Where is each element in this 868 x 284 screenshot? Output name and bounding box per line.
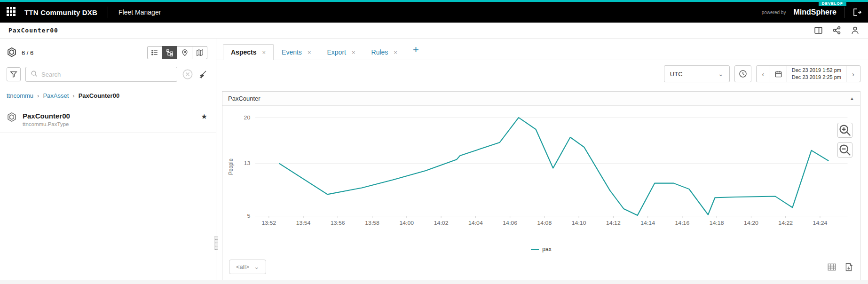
timezone-value: UTC [670, 71, 683, 78]
aspect-panel: PaxCounter ▲ 5132013:5213:5413:5613:5814… [222, 91, 860, 280]
svg-text:14:02: 14:02 [434, 220, 449, 226]
panel-header: PaxCounter ▲ [222, 92, 860, 106]
zoom-in-icon[interactable] [837, 123, 852, 138]
svg-text:14:18: 14:18 [710, 220, 724, 226]
layout-columns-icon[interactable] [814, 26, 823, 35]
filter-icon[interactable] [7, 67, 21, 81]
tab-close-icon[interactable]: × [308, 49, 311, 56]
svg-text:13:56: 13:56 [331, 220, 345, 226]
tab-label: Aspects [231, 48, 256, 56]
module-name[interactable]: Fleet Manager [118, 8, 161, 16]
svg-text:14:16: 14:16 [675, 220, 690, 226]
time-settings-icon[interactable] [734, 65, 751, 82]
search-input[interactable] [41, 71, 172, 78]
svg-text:14:24: 14:24 [813, 220, 828, 226]
topbar-right: DEVELOP powered by MindSphere [762, 7, 861, 18]
svg-text:14:14: 14:14 [640, 220, 655, 226]
collapse-panel-icon[interactable]: ▲ [850, 96, 854, 101]
breadcrumb-link-root[interactable]: ttncommu [7, 92, 33, 99]
topbar-divider [844, 7, 844, 18]
chart: 5132013:5213:5413:5613:5814:0014:0214:04… [222, 106, 860, 243]
tab-rules[interactable]: Rules × [363, 44, 405, 60]
zoom-controls [837, 123, 852, 158]
search-icon [31, 70, 38, 79]
panel-title: PaxCounter [228, 95, 260, 102]
tab-close-icon[interactable]: × [262, 49, 266, 56]
logout-icon[interactable] [852, 8, 861, 17]
topbar: TTN Community DXB Fleet Manager DEVELOP … [0, 0, 868, 23]
panel-footer: <all> ⌄ [222, 256, 860, 280]
tab-events[interactable]: Events × [274, 44, 319, 60]
chevron-down-icon: ⌄ [254, 263, 259, 270]
sidebar-controls: 6 / 6 [0, 39, 216, 64]
svg-text:13: 13 [244, 160, 251, 166]
page-title: PaxCounter00 [8, 27, 58, 34]
timezone-select[interactable]: UTC ⌄ [664, 65, 730, 82]
tab-label: Rules [371, 48, 388, 56]
tab-aspects[interactable]: Aspects × [223, 44, 274, 60]
asset-sidebar: 6 / 6 [0, 39, 216, 280]
tab-close-icon[interactable]: × [394, 49, 397, 56]
svg-text:14:08: 14:08 [537, 220, 552, 226]
asset-list-item[interactable]: PaxCounter00 ttncommu.PaxType ★ [0, 106, 216, 133]
main-area: Aspects × Events × Export × Rules × + [216, 39, 868, 280]
svg-text:14:00: 14:00 [399, 220, 414, 226]
list-view-button[interactable] [147, 46, 162, 59]
clean-filter-icon[interactable] [198, 70, 207, 79]
topbar-divider [108, 7, 108, 18]
app-title: TTN Community DXB [24, 8, 97, 16]
breadcrumb: ttncommu › PaxAsset › PaxCounter00 [0, 84, 216, 106]
breadcrumb-separator-icon: › [72, 92, 74, 99]
time-toolbar: UTC ⌄ ‹ Dec 23 2019 1:5 [216, 60, 868, 85]
clear-search-icon[interactable] [182, 69, 193, 80]
asset-texts: PaxCounter00 ttncommu.PaxType [23, 112, 196, 127]
page-header: PaxCounter00 [0, 23, 868, 39]
svg-text:14:22: 14:22 [778, 220, 793, 226]
environment-badge: DEVELOP [819, 1, 846, 6]
svg-text:14:10: 14:10 [572, 220, 586, 226]
content-body: 6 / 6 [0, 39, 868, 280]
line-chart: 5132013:5213:5413:5613:5814:0014:0214:04… [225, 110, 856, 243]
asset-count: 6 / 6 [7, 47, 33, 59]
svg-text:14:20: 14:20 [744, 220, 758, 226]
table-view-icon[interactable] [827, 262, 836, 272]
svg-text:13:54: 13:54 [296, 220, 311, 226]
calendar-icon[interactable] [770, 65, 787, 83]
tab-label: Export [327, 48, 346, 56]
legend-label: pax [542, 246, 551, 252]
tab-close-icon[interactable]: × [352, 49, 355, 56]
asset-hexagon-icon [7, 47, 17, 59]
share-icon[interactable] [832, 26, 841, 35]
tree-view-button[interactable] [162, 46, 177, 59]
breadcrumb-current: PaxCounter00 [79, 92, 119, 99]
sidebar-resize-handle[interactable] [214, 236, 218, 250]
asset-type: ttncommu.PaxType [23, 121, 196, 127]
breadcrumb-link-parent[interactable]: PaxAsset [43, 92, 69, 99]
asset-count-label: 6 / 6 [22, 49, 33, 56]
previous-range-button[interactable]: ‹ [756, 65, 770, 83]
svg-text:14:06: 14:06 [503, 220, 517, 226]
date-range-display[interactable]: Dec 23 2019 1:52 pm Dec 23 2019 2:25 pm [787, 65, 846, 83]
chevron-down-icon: ⌄ [718, 70, 724, 78]
asset-hexagon-icon [7, 112, 17, 124]
svg-text:14:12: 14:12 [606, 220, 621, 226]
app-launcher-icon[interactable] [7, 7, 17, 17]
brand-logo: MindSphere [793, 8, 836, 16]
tab-export[interactable]: Export × [319, 44, 363, 60]
search-box [25, 67, 177, 82]
user-icon[interactable] [851, 26, 860, 35]
tab-label: Events [282, 48, 302, 56]
variable-filter-select[interactable]: <all> ⌄ [229, 260, 266, 274]
favorite-star-icon[interactable]: ★ [201, 113, 207, 120]
map-pin-view-button[interactable] [177, 46, 192, 59]
svg-text:13:52: 13:52 [261, 220, 276, 226]
zoom-out-icon[interactable] [837, 142, 852, 158]
legend-swatch [531, 249, 539, 250]
svg-text:14:04: 14:04 [468, 220, 483, 226]
add-to-export-icon[interactable] [844, 262, 853, 272]
next-range-button[interactable]: › [846, 65, 860, 83]
asset-name: PaxCounter00 [23, 112, 196, 120]
add-tab-button[interactable]: + [405, 42, 426, 60]
map-view-button[interactable] [192, 46, 207, 59]
tab-bar: Aspects × Events × Export × Rules × + [216, 39, 868, 60]
